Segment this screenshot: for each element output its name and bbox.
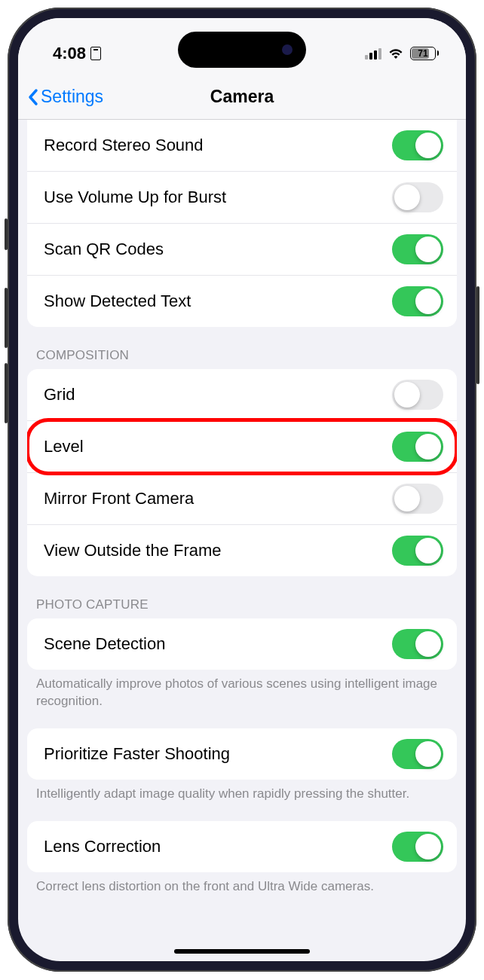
status-time: 4:08: [53, 44, 86, 63]
row-use-volume-up-for-burst: Use Volume Up for Burst: [27, 172, 457, 224]
row-lens-correction: Lens Correction: [27, 821, 457, 872]
toggle-lens-correction[interactable]: [392, 832, 443, 862]
back-label: Settings: [41, 87, 103, 107]
scene-detection-group: Scene Detection: [27, 618, 457, 670]
section-header-photo-capture: Photo Capture: [18, 576, 466, 618]
battery-indicator: 71: [410, 47, 439, 60]
row-label: Lens Correction: [44, 837, 161, 856]
scroll-content[interactable]: Record Stereo SoundUse Volume Up for Bur…: [18, 120, 466, 961]
row-label: View Outside the Frame: [44, 541, 222, 560]
sim-card-icon: [90, 47, 101, 60]
home-indicator[interactable]: [174, 949, 310, 954]
row-level: Level: [27, 421, 457, 473]
row-label: Mirror Front Camera: [44, 489, 194, 508]
navigation-bar: Settings Camera: [18, 75, 466, 120]
phone-side-button-right: [476, 286, 479, 384]
row-view-outside-the-frame: View Outside the Frame: [27, 525, 457, 576]
lens-correction-group: Lens Correction: [27, 821, 457, 872]
toggle-scan-qr-codes[interactable]: [392, 234, 443, 264]
phone-side-buttons-left: [5, 218, 9, 423]
footer-lens-correction: Correct lens distortion on the front and…: [18, 872, 466, 899]
row-mirror-front-camera: Mirror Front Camera: [27, 473, 457, 525]
toggle-use-volume-up-for-burst[interactable]: [392, 182, 443, 212]
row-label: Level: [44, 437, 84, 456]
settings-group-top: Record Stereo SoundUse Volume Up for Bur…: [27, 120, 457, 327]
back-button[interactable]: Settings: [27, 87, 103, 107]
row-grid: Grid: [27, 369, 457, 421]
footer-scene-detection: Automatically improve photos of various …: [18, 670, 466, 713]
cellular-signal-icon: [365, 47, 381, 60]
row-label: Record Stereo Sound: [44, 136, 204, 155]
page-title: Camera: [210, 87, 274, 107]
row-label: Use Volume Up for Burst: [44, 188, 226, 207]
row-show-detected-text: Show Detected Text: [27, 276, 457, 327]
section-header-composition: Composition: [18, 327, 466, 369]
screen: 4:08 71: [18, 18, 466, 961]
row-scene-detection: Scene Detection: [27, 618, 457, 670]
wifi-icon: [388, 47, 404, 60]
toggle-record-stereo-sound[interactable]: [392, 130, 443, 160]
row-record-stereo-sound: Record Stereo Sound: [27, 120, 457, 172]
toggle-level[interactable]: [392, 432, 443, 462]
chevron-left-icon: [27, 88, 39, 106]
footer-faster-shooting: Intelligently adapt image quality when r…: [18, 780, 466, 806]
row-faster-shooting: Prioritize Faster Shooting: [27, 728, 457, 780]
row-label: Scene Detection: [44, 634, 165, 654]
faster-shooting-group: Prioritize Faster Shooting: [27, 728, 457, 780]
toggle-mirror-front-camera[interactable]: [392, 484, 443, 514]
dynamic-island: [178, 32, 306, 68]
row-label: Scan QR Codes: [44, 240, 164, 259]
toggle-grid[interactable]: [392, 380, 443, 410]
row-scan-qr-codes: Scan QR Codes: [27, 224, 457, 276]
row-label: Grid: [44, 385, 75, 405]
toggle-faster-shooting[interactable]: [392, 739, 443, 769]
toggle-view-outside-the-frame[interactable]: [392, 536, 443, 566]
row-label: Prioritize Faster Shooting: [44, 744, 230, 764]
phone-frame: 4:08 71: [8, 8, 476, 972]
toggle-show-detected-text[interactable]: [392, 286, 443, 316]
row-label: Show Detected Text: [44, 292, 191, 311]
settings-group-composition: GridLevelMirror Front CameraView Outside…: [27, 369, 457, 576]
toggle-scene-detection[interactable]: [392, 629, 443, 659]
